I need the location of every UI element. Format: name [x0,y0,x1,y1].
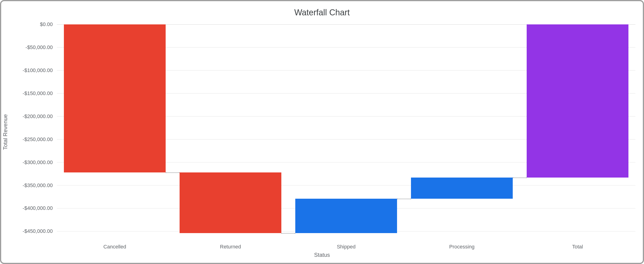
waterfall-connector [281,233,295,234]
waterfall-connector [397,199,411,199]
y-tick-label: -$300,000.00 [6,160,53,166]
y-tick-label: -$250,000.00 [6,136,53,142]
y-axis-label: Total Revenue [2,114,8,150]
y-tick-label: -$50,000.00 [6,44,53,50]
waterfall-bar-processing[interactable] [411,178,513,199]
waterfall-bar-shipped[interactable] [295,199,397,233]
waterfall-bar-total[interactable] [527,24,628,178]
x-axis-label: Status [314,252,330,258]
x-tick-label: Returned [220,244,241,250]
waterfall-connector [166,172,180,173]
y-tick-label: -$150,000.00 [6,90,53,96]
y-tick-label: -$200,000.00 [6,114,53,120]
x-tick-label: Shipped [337,244,356,250]
waterfall-connector [513,178,527,178]
x-tick-label: Processing [449,244,475,250]
x-tick-label: Cancelled [104,244,126,250]
x-tick-label: Total [572,244,583,250]
y-tick-label: $0.00 [6,22,53,28]
chart-frame: Waterfall Chart Total Revenue $0.00-$50,… [0,0,644,264]
plot-area [57,24,636,240]
y-tick-label: -$400,000.00 [6,205,53,211]
y-tick-label: -$450,000.00 [6,228,53,234]
waterfall-bar-cancelled[interactable] [64,24,166,172]
waterfall-bar-returned[interactable] [180,172,281,233]
y-tick-label: -$350,000.00 [6,182,53,188]
chart-title: Waterfall Chart [1,8,643,18]
y-tick-label: -$100,000.00 [6,68,53,74]
